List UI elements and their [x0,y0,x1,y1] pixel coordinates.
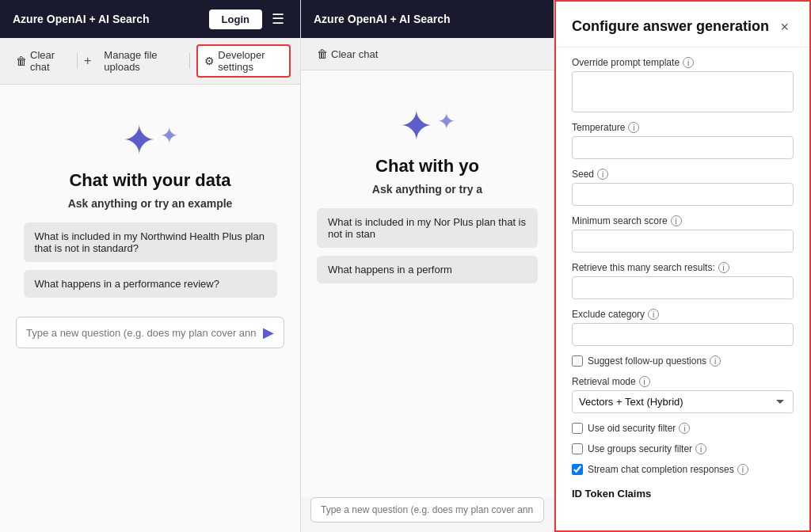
left-navbar: Azure OpenAI + AI Search Login ☰ [0,0,300,38]
clear-chat-button[interactable]: 🗑 Clear chat [10,46,70,76]
config-header: Configure answer generation × [556,2,809,48]
oid-security-filter-label: Use oid security filter i [588,423,690,434]
chat-input-area: ▶ [16,317,284,348]
stream-chat-info-icon[interactable]: i [737,464,748,475]
developer-settings-button[interactable]: ⚙ Developer settings [196,44,291,78]
middle-chat-heading: Chat with yo [375,156,479,177]
groups-security-filter-row: Use groups security filter i [572,443,794,454]
middle-toolbar: 🗑 Clear chat [301,38,554,70]
suggest-followup-row: Suggest follow-up questions i [572,355,794,367]
toolbar-divider-2 [189,53,190,69]
seed-label: Seed i [572,169,794,180]
developer-settings-label: Developer settings [218,49,283,73]
oid-security-filter-info-icon[interactable]: i [679,423,690,434]
stream-chat-row: Stream chat completion responses i [572,464,794,475]
middle-nav-title: Azure OpenAI + AI Search [314,13,451,25]
clear-chat-label: Clear chat [30,49,64,73]
groups-security-filter-checkbox[interactable] [572,443,583,454]
stream-chat-checkbox[interactable] [572,464,583,475]
middle-example-cards: What is included in my Nor Plus plan tha… [317,208,538,283]
id-token-claims-label: ID Token Claims [572,484,794,503]
middle-sparkle-big-icon: ✦ [399,102,434,150]
retrieval-mode-label: Retrieval mode i [572,376,794,387]
middle-chat-main: ✦ ✦ Chat with yo Ask anything or try a W… [301,70,554,497]
left-chat-main: ✦ ✦ Chat with your data Ask anything or … [0,85,300,532]
temperature-field: Temperature i 0.3 [572,122,794,159]
exclude-category-info-icon[interactable]: i [648,309,659,320]
retrieval-mode-field: Retrieval mode i Vectors + Text (Hybrid)… [572,376,794,413]
toolbar-divider-1 [77,53,78,69]
config-close-button[interactable]: × [775,17,794,37]
override-prompt-info-icon[interactable]: i [683,57,694,68]
min-search-score-label: Minimum search score i [572,215,794,226]
middle-sparkle-small-icon: ✦ [437,108,455,135]
groups-security-filter-label: Use groups security filter i [588,443,706,454]
min-search-score-field: Minimum search score i 0 [572,215,794,253]
middle-trash-icon: 🗑 [317,48,328,60]
chat-subheading: Ask anything or try an example [68,197,233,210]
suggest-followup-info-icon[interactable]: i [710,355,721,367]
middle-chat-input-area [310,497,544,522]
stream-chat-label: Stream chat completion responses i [588,464,748,475]
min-search-score-info-icon[interactable]: i [671,215,682,226]
retrieval-mode-select[interactable]: Vectors + Text (Hybrid) Vectors Text [572,390,794,413]
sparkle-small-icon: ✦ [160,123,178,149]
retrieve-results-input[interactable]: 3 [572,276,794,299]
middle-panel: Azure OpenAI + AI Search 🗑 Clear chat ✦ … [301,0,554,532]
manage-uploads-label: Manage file uploads [104,49,177,73]
example-card-1[interactable]: What is included in my Northwind Health … [24,222,277,262]
middle-sparkle-decoration: ✦ ✦ [399,102,455,150]
left-panel: Azure OpenAI + AI Search Login ☰ 🗑 Clear… [0,0,301,532]
hamburger-menu-button[interactable]: ☰ [268,7,287,31]
login-button[interactable]: Login [209,10,262,29]
chat-input[interactable] [26,327,257,339]
override-prompt-label: Override prompt template i [572,57,794,68]
trash-icon: 🗑 [16,55,27,67]
exclude-category-field: Exclude category i [572,309,794,346]
send-button[interactable]: ▶ [263,324,274,341]
exclude-category-input[interactable] [572,323,794,346]
middle-chat-input[interactable] [321,504,534,515]
seed-field: Seed i [572,169,794,206]
seed-info-icon[interactable]: i [597,169,608,180]
middle-example-card-1[interactable]: What is included in my Nor Plus plan tha… [317,208,538,248]
manage-uploads-button[interactable]: Manage file uploads [97,46,183,76]
config-body: Override prompt template i Temperature i… [556,48,809,512]
middle-example-card-2[interactable]: What happens in a perform [317,256,538,283]
example-card-2[interactable]: What happens in a performance review? [24,270,277,298]
override-prompt-field: Override prompt template i [572,57,794,112]
suggest-followup-checkbox[interactable] [572,355,583,367]
left-nav-title: Azure OpenAI + AI Search [13,13,203,25]
suggest-followup-label: Suggest follow-up questions i [588,355,721,367]
retrieve-results-label: Retrieve this many search results: i [572,262,794,273]
override-prompt-input[interactable] [572,71,794,112]
middle-navbar: Azure OpenAI + AI Search [301,0,554,38]
plus-icon: + [84,54,91,68]
gear-icon: ⚙ [204,55,215,67]
chat-heading: Chat with your data [69,170,230,191]
middle-clear-chat-button[interactable]: 🗑 Clear chat [310,44,384,63]
configure-panel: Configure answer generation × Override p… [554,0,811,532]
min-search-score-input[interactable]: 0 [572,230,794,253]
middle-clear-chat-label: Clear chat [331,48,378,60]
seed-input[interactable] [572,183,794,206]
example-cards: What is included in my Northwind Health … [24,222,277,298]
left-toolbar: 🗑 Clear chat + Manage file uploads ⚙ Dev… [0,38,300,85]
groups-security-filter-info-icon[interactable]: i [695,443,706,454]
middle-chat-subheading: Ask anything or try a [372,183,482,196]
exclude-category-label: Exclude category i [572,309,794,320]
oid-security-filter-checkbox[interactable] [572,423,583,434]
temperature-input[interactable]: 0.3 [572,136,794,159]
temperature-label: Temperature i [572,122,794,133]
retrieve-results-info-icon[interactable]: i [718,262,729,273]
sparkle-decoration: ✦ ✦ [122,116,178,164]
sparkle-big-icon: ✦ [122,116,157,164]
temperature-info-icon[interactable]: i [628,122,639,133]
retrieval-mode-info-icon[interactable]: i [639,376,650,387]
config-title: Configure answer generation [572,17,769,36]
oid-security-filter-row: Use oid security filter i [572,423,794,434]
retrieve-results-field: Retrieve this many search results: i 3 [572,262,794,299]
